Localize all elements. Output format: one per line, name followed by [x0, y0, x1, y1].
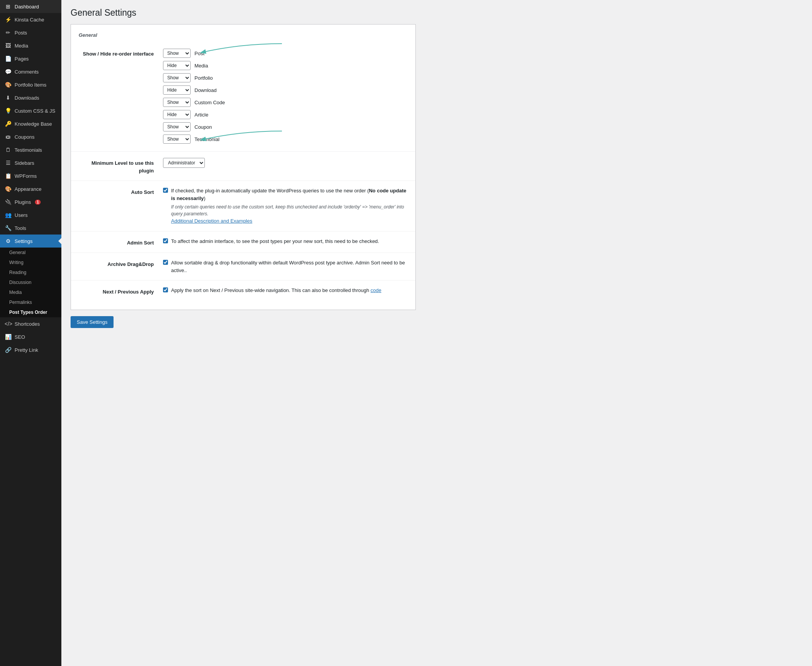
sidebar: ⊞ Dashboard ⚡ Kinsta Cache ✏ Posts 🖼 Med… [0, 0, 61, 666]
sidebar-item-label: Custom CSS & JS [15, 108, 55, 114]
submenu-item-permalinks[interactable]: Permalinks [0, 297, 61, 307]
submenu-item-discussion[interactable]: Discussion [0, 277, 61, 287]
sidebar-item-label: Shortcodes [15, 321, 40, 327]
submenu-item-media[interactable]: Media [0, 287, 61, 297]
show-hide-label: Show / Hide re-order interface [79, 49, 163, 58]
sidebar-item-tools[interactable]: 🔧 Tools [0, 221, 61, 234]
portfolio-select[interactable]: Show Hide [163, 73, 191, 82]
min-level-select[interactable]: Administrator Editor Author [163, 158, 205, 168]
submenu-label: Writing [9, 260, 23, 265]
sidebar-item-label: SEO [15, 334, 25, 340]
pages-icon: 📄 [5, 56, 12, 62]
archive-checkbox-row: Allow sortable drag & drop functionality… [163, 259, 408, 274]
auto-sort-checkbox-row: If checked, the plug-in automatically up… [163, 187, 408, 225]
sidebar-item-label: Tools [15, 225, 26, 231]
plugins-badge: 1 [35, 199, 41, 204]
sidebar-item-label: Pages [15, 56, 29, 62]
submenu-item-post-types-order[interactable]: Post Types Order [0, 307, 61, 317]
submenu-item-reading[interactable]: Reading [0, 267, 61, 277]
sidebar-item-label: Knowledge Base [15, 121, 52, 127]
sidebar-item-pages[interactable]: 📄 Pages [0, 52, 61, 65]
coupon-select[interactable]: Show Hide [163, 122, 191, 132]
show-hide-row: Show / Hide re-order interface Show Hide… [71, 43, 415, 152]
testimonial-row: Show Hide Testimonial [163, 135, 408, 144]
admin-sort-checkbox[interactable] [163, 238, 168, 243]
next-prev-checkbox-row: Apply the sort on Next / Previous site-w… [163, 287, 408, 294]
save-settings-button[interactable]: Save Settings [71, 316, 114, 328]
min-level-label: Minimum Level to use this plugin [79, 158, 163, 174]
sidebar-item-users[interactable]: 👥 Users [0, 208, 61, 221]
testimonial-select[interactable]: Show Hide [163, 135, 191, 144]
submenu-label: Discussion [9, 280, 31, 285]
custom-code-row: Show Hide Custom Code [163, 98, 408, 107]
auto-sort-link[interactable]: Additional Description and Examples [171, 218, 252, 224]
custom-code-label: Custom Code [195, 100, 225, 106]
sidebar-item-label: Downloads [15, 95, 39, 101]
admin-sort-label: Admin Sort [79, 237, 163, 247]
main-content: General Settings General Show / Hide re-… [61, 0, 812, 666]
sidebar-item-downloads[interactable]: ⬇ Downloads [0, 91, 61, 104]
sidebar-item-portfolio-items[interactable]: 🎨 Portfolio Items [0, 78, 61, 91]
testimonials-icon: 🗒 [5, 147, 12, 153]
portfolio-icon: 🎨 [5, 82, 12, 88]
submenu-label: Media [9, 290, 22, 295]
sidebar-item-label: Testimonials [15, 147, 42, 153]
posts-icon: ✏ [5, 30, 12, 36]
sidebar-item-seo[interactable]: 📊 SEO [0, 330, 61, 343]
sidebar-item-pretty-link[interactable]: 🔗 Pretty Link [0, 343, 61, 356]
sidebar-item-dashboard[interactable]: ⊞ Dashboard [0, 0, 61, 13]
post-row: Show Hide Post [163, 49, 408, 58]
sidebar-item-kinsta-cache[interactable]: ⚡ Kinsta Cache [0, 13, 61, 26]
sidebar-item-label: Kinsta Cache [15, 17, 44, 23]
coupon-row: Show Hide Coupon [163, 122, 408, 132]
auto-sort-text: If checked, the plug-in automatically up… [171, 187, 408, 225]
plugins-icon: 🔌 [5, 199, 12, 205]
sidebar-item-plugins[interactable]: 🔌 Plugins 1 [0, 195, 61, 208]
download-label: Download [195, 87, 217, 93]
sidebar-item-sidebars[interactable]: ☰ Sidebars [0, 157, 61, 169]
downloads-icon: ⬇ [5, 95, 12, 101]
archive-checkbox[interactable] [163, 260, 168, 265]
media-select[interactable]: Hide Show [163, 61, 191, 70]
submenu-label: Reading [9, 270, 26, 275]
next-prev-checkbox[interactable] [163, 287, 168, 292]
sidebars-icon: ☰ [5, 160, 12, 166]
portfolio-label: Portfolio [195, 75, 213, 81]
custom-code-select[interactable]: Show Hide [163, 98, 191, 107]
submenu-item-writing[interactable]: Writing [0, 257, 61, 267]
auto-sort-label: Auto Sort [79, 187, 163, 196]
submenu-item-general[interactable]: General [0, 247, 61, 257]
sidebar-item-appearance[interactable]: 🎨 Appearance [0, 182, 61, 195]
media-icon: 🖼 [5, 43, 12, 49]
sidebar-item-posts[interactable]: ✏ Posts [0, 26, 61, 39]
sidebar-item-wpforms[interactable]: 📋 WPForms [0, 169, 61, 182]
admin-sort-checkbox-row: To affect the admin interface, to see th… [163, 237, 408, 245]
auto-sort-checkbox[interactable] [163, 188, 168, 193]
sidebar-item-comments[interactable]: 💬 Comments [0, 65, 61, 78]
dashboard-icon: ⊞ [5, 3, 12, 10]
sidebar-item-media[interactable]: 🖼 Media [0, 39, 61, 52]
archive-label: Archive Drag&Drop [79, 259, 163, 268]
next-prev-code-link[interactable]: code [370, 287, 381, 293]
article-row: Hide Show Article [163, 110, 408, 119]
sidebar-item-testimonials[interactable]: 🗒 Testimonials [0, 143, 61, 157]
sidebar-item-shortcodes[interactable]: </> Shortcodes [0, 317, 61, 330]
settings-submenu: General Writing Reading Discussion Media… [0, 247, 61, 317]
sidebar-item-settings[interactable]: ⚙ Settings [0, 234, 61, 247]
custom-css-icon: 💡 [5, 108, 12, 114]
archive-content: Allow sortable drag & drop functionality… [163, 259, 408, 274]
coupons-icon: 🎟 [5, 134, 12, 140]
sidebar-item-knowledge-base[interactable]: 🔑 Knowledge Base [0, 117, 61, 130]
download-select[interactable]: Hide Show [163, 86, 191, 95]
download-row: Hide Show Download [163, 86, 408, 95]
article-label: Article [195, 112, 208, 118]
article-select[interactable]: Hide Show [163, 110, 191, 119]
post-select[interactable]: Show Hide [163, 49, 191, 58]
sidebar-item-custom-css-js[interactable]: 💡 Custom CSS & JS [0, 104, 61, 117]
sidebar-item-coupons[interactable]: 🎟 Coupons [0, 130, 61, 143]
sidebar-item-label: Comments [15, 69, 39, 75]
wpforms-icon: 📋 [5, 173, 12, 179]
next-prev-content: Apply the sort on Next / Previous site-w… [163, 287, 408, 294]
shortcodes-icon: </> [5, 321, 12, 327]
archive-text: Allow sortable drag & drop functionality… [171, 259, 408, 274]
